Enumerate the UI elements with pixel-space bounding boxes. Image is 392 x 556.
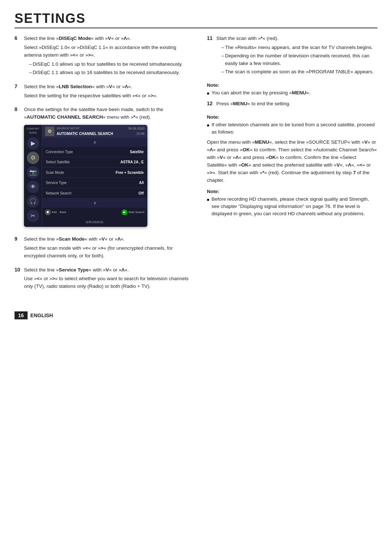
tv-date: 30.09.2010 (128, 126, 144, 131)
step-10-content: Select the line »Service Type« with »V« … (24, 266, 192, 292)
tv-icon-settings: ⚙ (27, 152, 39, 164)
page-footer: 16 ENGLISH (15, 311, 377, 319)
note-1-text: You can abort the scan by pressing »MENU… (212, 89, 311, 97)
tv-footer-left: ⏹ Exit Back (45, 209, 66, 215)
note-1-title: Note: (207, 82, 377, 88)
note-2-bullet: ■ (207, 122, 209, 136)
step-number-10: 10 (15, 267, 21, 292)
step-9: 9 Select the line »Scan Mode« with »V« o… (15, 236, 192, 261)
tv-menu-row-connection: Connection Type Satellite (42, 147, 147, 158)
step-number-9: 9 (15, 236, 21, 261)
tv-sidebar-icons: COMFORT GUIDE ▶ ⚙ 📷 👁 🎧 ✂ (24, 125, 42, 227)
tv-header-icon: ⚙ (45, 127, 54, 136)
start-search-label: Start Search (128, 210, 144, 214)
tv-icon-eye: 👁 (27, 181, 39, 193)
connection-type-value: Satellite (130, 149, 144, 155)
exit-label: Exit (52, 210, 57, 214)
comfort-guide-label: COMFORT GUIDE (24, 127, 42, 135)
step-number-12: 12 (207, 101, 213, 109)
step-6-content: Select the line »DISEqC Mode« with »V« o… (24, 35, 192, 78)
note-3-item-1: ■ Before recording HD channels, please c… (207, 196, 377, 218)
note-3: Note: ■ Before recording HD channels, pl… (207, 189, 377, 218)
connection-type-label: Connection Type (46, 149, 73, 155)
tv-exit-button: ⏹ Exit (45, 209, 57, 215)
tv-icon-camera: 📷 (27, 166, 39, 179)
tv-start-search-button: ▶ Start Search (122, 209, 144, 215)
service-type-value: All (139, 180, 144, 186)
step-7: 7 Select the line »LNB Selection« with »… (15, 83, 192, 101)
note-3-title: Note: (207, 189, 377, 194)
tv-icon-play: ▶ (27, 137, 39, 150)
note-3-bullet: ■ (207, 197, 209, 218)
step-6: 6 Select the line »DISEqC Mode« with »V«… (15, 35, 192, 78)
step-11-content: Start the scan with »*« (red). The »Resu… (216, 35, 377, 77)
exit-icon: ⏹ (45, 209, 51, 215)
tv-menu-row-scan: Scan Mode Free + Scramble (42, 168, 147, 178)
note-1: Note: ■ You can abort the scan by pressi… (207, 82, 377, 97)
tv-icon-scissors: ✂ (27, 210, 39, 222)
network-search-value: Off (139, 191, 144, 196)
tv-header-text: SOURCE SETUP AUTOMATIC CHANNEL SEARCH (57, 126, 113, 136)
step-11: 11 Start the scan with »*« (red). The »R… (207, 35, 377, 77)
note-2-item-1: ■ If other television channels are to be… (207, 121, 377, 136)
step-9-content: Select the line »Scan Mode« with »V« or … (24, 236, 192, 261)
step-number-6: 6 (15, 35, 21, 78)
tv-icon-headphone: 🎧 (27, 195, 39, 208)
tv-screen-mockup: COMFORT GUIDE ▶ ⚙ 📷 👁 🎧 ✂ (24, 125, 147, 227)
tv-menu-row-satellite: Select Satellite ASTRA 2A , E (42, 157, 147, 168)
page-number: 16 (15, 311, 28, 319)
tv-time: 15:46 (128, 131, 144, 136)
page-title: SETTINGS (15, 11, 377, 28)
tv-menu-row-network: Network Search Off (42, 188, 147, 199)
step-8-content: Once the settings for the satellite have… (24, 106, 192, 230)
back-label: Back (60, 210, 66, 214)
tv-main-panel: ⚙ SOURCE SETUP AUTOMATIC CHANNEL SEARCH … (42, 125, 147, 227)
tv-footer: ⏹ Exit Back ▶ Start Search (42, 208, 147, 217)
select-satellite-label: Select Satellite (46, 159, 70, 165)
step-number-7: 7 (15, 83, 21, 101)
scan-mode-label: Scan Mode (46, 170, 64, 176)
tv-header: ⚙ SOURCE SETUP AUTOMATIC CHANNEL SEARCH … (42, 125, 147, 138)
tv-menu-row-service: Service Type All (42, 178, 147, 188)
tv-back-button: Back (60, 209, 66, 215)
note-1-item-1: ■ You can abort the scan by pressing »ME… (207, 89, 377, 97)
tv-header-datetime: 30.09.2010 15:46 (128, 126, 144, 136)
tv-nav-down: ∨ (42, 199, 147, 208)
select-satellite-value: ASTRA 2A , E (121, 159, 144, 165)
tv-menu-rows: Connection Type Satellite Select Satelli… (42, 147, 147, 199)
step-7-content: Select the line »LNB Selection« with »V«… (24, 83, 158, 101)
scan-mode-value: Free + Scramble (115, 170, 144, 176)
note-1-bullet: ■ (207, 90, 209, 97)
step-12-content: Press »MENU« to end the setting. (216, 100, 290, 109)
network-search-label: Network Search (46, 191, 72, 196)
note-2-title: Note: (207, 114, 377, 120)
source-setup-label: SOURCE SETUP (57, 126, 113, 131)
page-language: ENGLISH (30, 312, 53, 318)
tv-nav-up: ∧ (42, 138, 147, 147)
note-2: Note: ■ If other television channels are… (207, 114, 377, 184)
tv-logo: GRUNDIG (86, 220, 104, 224)
channel-search-label: AUTOMATIC CHANNEL SEARCH (57, 131, 113, 137)
note-2-text: If other television channels are to be t… (212, 121, 377, 136)
step-number-8: 8 (15, 106, 21, 230)
step-12: 12 Press »MENU« to end the setting. (207, 100, 377, 109)
note-2-paragraph: Open the menu with »MENU«, select the li… (207, 139, 377, 184)
step-8: 8 Once the settings for the satellite ha… (15, 106, 192, 230)
step-10: 10 Select the line »Service Type« with »… (15, 266, 192, 292)
service-type-label: Service Type (46, 180, 67, 186)
step-number-11: 11 (207, 35, 213, 77)
note-3-text: Before recording HD channels, please che… (212, 196, 377, 218)
start-search-icon: ▶ (122, 209, 127, 215)
tv-header-left: ⚙ SOURCE SETUP AUTOMATIC CHANNEL SEARCH (45, 126, 113, 136)
